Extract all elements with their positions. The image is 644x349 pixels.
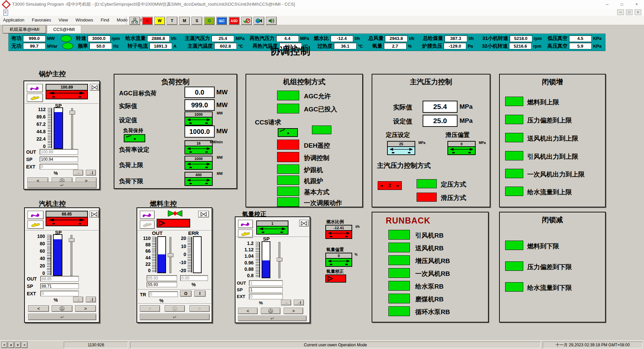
sliding-bias-slider[interactable]: 0 MPa [447, 141, 476, 155]
turbine-output-display[interactable]: 88.85 [46, 211, 88, 226]
o2-sp-field[interactable] [249, 287, 283, 293]
minimize-button[interactable]: ─ [600, 0, 614, 9]
mute-button[interactable] [266, 17, 277, 25]
o2-tune-button[interactable] [238, 220, 253, 228]
fuel-tr-field[interactable] [149, 291, 178, 297]
slider-handle[interactable] [277, 258, 282, 261]
nav-up-button[interactable]: ∧ [8, 342, 14, 348]
child-close-button[interactable]: × [635, 9, 641, 15]
child-maximize-button[interactable]: □ [626, 9, 633, 15]
turbine-decrease-button[interactable]: < [28, 305, 49, 312]
turbine-enter-button[interactable]: ↵ [28, 314, 96, 320]
fuel-decrease-button[interactable]: < [140, 305, 160, 312]
menu-favoraies[interactable]: Favoraies [29, 16, 54, 22]
load-hold-toggle[interactable] [124, 134, 145, 142]
o2-out-field[interactable] [249, 280, 283, 286]
nav-down-button[interactable]: ∨ [15, 342, 21, 348]
fuel-water-ratio-display[interactable]: -12.41 t/h [325, 225, 352, 239]
turbine-increase-button[interactable]: > [75, 305, 96, 312]
boiler-sp-field[interactable] [40, 156, 78, 162]
boiler-out-field[interactable] [40, 149, 78, 155]
o2-step-button[interactable]: → [281, 300, 291, 305]
boiler-valve-button[interactable] [90, 84, 99, 91]
turbine-sp-field[interactable] [40, 283, 79, 289]
tr-label: TR [140, 292, 146, 297]
fuel-on-button[interactable]: I [194, 291, 206, 297]
boiler-manual-button[interactable] [27, 94, 43, 102]
fuel-err-field[interactable] [180, 275, 208, 281]
close-button[interactable]: × [629, 0, 644, 9]
turbine-manual-button[interactable] [28, 220, 44, 229]
nav-last-button[interactable]: » [21, 342, 28, 348]
o2-auto-button[interactable] [261, 308, 280, 314]
turbine-step-button[interactable]: → [73, 297, 83, 302]
boiler-tune-button[interactable] [27, 84, 43, 92]
load-rate-slider[interactable]: 16 MW/min [184, 140, 213, 154]
o2-increase-button[interactable]: > [284, 308, 303, 314]
fuel-enter-button[interactable]: ↵ [140, 314, 210, 320]
turbine-ext-field[interactable] [40, 291, 79, 296]
s-button[interactable]: S [192, 17, 202, 25]
menu-view[interactable]: View [56, 16, 71, 22]
boiler-track-button[interactable]: →| [86, 170, 96, 176]
o2-track-button[interactable]: →| [294, 300, 304, 305]
turbine-out-field[interactable] [40, 276, 79, 282]
load-upper-slider[interactable]: 1000 MW [184, 156, 213, 170]
fixed-pressure-slider[interactable]: 25 MPa [387, 141, 415, 155]
o2-output-display[interactable]: 1 [256, 220, 288, 235]
turbine-valve-button[interactable] [90, 211, 99, 217]
slider-handle[interactable] [69, 111, 75, 114]
warning-w-button[interactable]: W [154, 17, 165, 25]
menu-windows[interactable]: Windows [72, 16, 96, 22]
boiler-ext-field[interactable] [40, 164, 78, 169]
o2-ext-field[interactable] [249, 294, 283, 299]
boiler-enter-button[interactable]: ↵ [28, 182, 97, 188]
fuel-auto-button[interactable] [165, 305, 185, 312]
tab-unit-menu[interactable]: 机组菜单@HMI [3, 25, 46, 34]
nav-first-button[interactable]: « [1, 342, 7, 348]
fuel-sp-slider[interactable] [169, 237, 171, 273]
maximize-button[interactable]: □ [614, 0, 629, 9]
turbine-track-button[interactable]: →| [86, 297, 96, 302]
slider-handle[interactable] [168, 253, 173, 257]
o2-sp-slider[interactable] [278, 242, 280, 278]
lock-inc-indicator [505, 169, 523, 178]
fuel-increase-button[interactable]: > [190, 305, 210, 312]
t-button[interactable]: T [167, 17, 177, 25]
boiler-output-display[interactable]: 100.89 [46, 84, 88, 99]
child-minimize-button[interactable]: ─ [617, 9, 624, 15]
menu-find[interactable]: Find [98, 16, 112, 22]
boiler-step-button[interactable]: → [73, 170, 83, 176]
acknowledge-button[interactable] [241, 17, 252, 25]
load-setpoint-slider[interactable]: 1000 MW [184, 111, 213, 126]
m-button[interactable]: M [179, 17, 190, 25]
alarm-a-button[interactable]: A [142, 17, 153, 25]
fuel-bypass-button[interactable] [198, 211, 209, 217]
global-sound-button[interactable] [254, 17, 264, 25]
fuel-out-field[interactable] [147, 275, 177, 281]
ic-button[interactable]: I&C [216, 17, 227, 25]
tag-value: 602.8 [214, 43, 237, 49]
o2-bias-slider[interactable]: 0 % [325, 253, 352, 267]
ccs-request-toggle[interactable] [278, 128, 298, 137]
o-button[interactable]: O [204, 17, 215, 25]
turbine-sp-slider[interactable] [70, 235, 72, 276]
pressure-mode-selector[interactable]: 2 [378, 181, 402, 190]
fuel-sp-field[interactable] [147, 282, 177, 287]
slider-handle[interactable] [69, 238, 74, 242]
turbine-auto-button[interactable] [52, 305, 72, 312]
tab-ccs[interactable]: CCS@HMI [47, 25, 81, 33]
turbine-tune-button[interactable] [28, 211, 44, 219]
o2-valve-button[interactable] [299, 220, 309, 227]
o2-enter-button[interactable]: ↵ [238, 316, 307, 321]
menu-application[interactable]: Application [0, 16, 28, 22]
load-lower-slider[interactable]: 400 MW [184, 172, 213, 186]
fuel-tune-button[interactable] [140, 211, 155, 219]
asd-button[interactable]: ASD [229, 17, 239, 25]
fuel-off-button[interactable]: O [180, 291, 192, 297]
fixed-mode-label: 定压方式 [441, 180, 466, 189]
fuel-manual-button[interactable] [140, 220, 155, 229]
boiler-sp-slider[interactable] [71, 108, 73, 149]
o2-decrease-button[interactable]: < [238, 308, 258, 314]
tree-view-button[interactable] [129, 17, 140, 25]
